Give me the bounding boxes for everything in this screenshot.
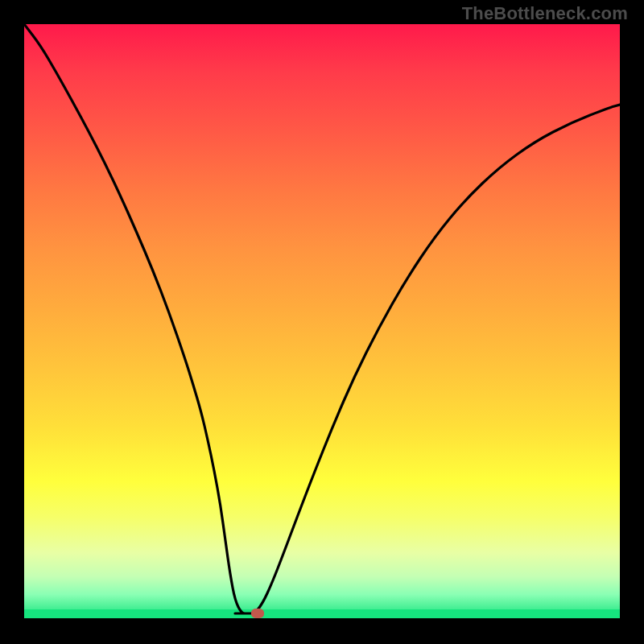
axis-left-gutter: [0, 24, 24, 618]
chart-frame: TheBottleneck.com: [0, 0, 644, 644]
watermark-text: TheBottleneck.com: [462, 3, 628, 24]
optimum-marker: [251, 609, 264, 618]
curve-svg: [24, 24, 620, 618]
bottleneck-curve: [24, 24, 620, 613]
plot-area: [24, 24, 620, 618]
axis-bottom-gutter: [24, 618, 620, 644]
